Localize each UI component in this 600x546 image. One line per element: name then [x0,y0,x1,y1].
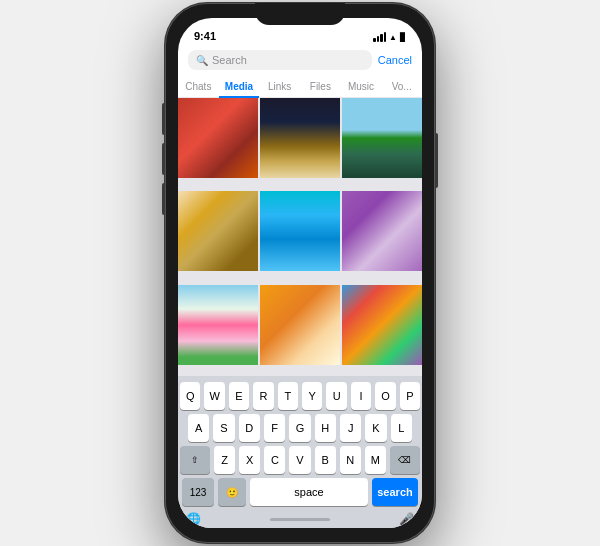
key-z[interactable]: Z [214,446,235,474]
globe-icon[interactable]: 🌐 [186,512,201,526]
home-indicator [270,518,330,521]
screen: 9:41 ▲ ▊ 🔍 Search C [178,18,422,528]
key-h[interactable]: H [315,414,336,442]
phone-body: 9:41 ▲ ▊ 🔍 Search C [165,3,435,543]
keyboard: Q W E R T Y U I O P A S D F G [178,376,422,510]
key-c[interactable]: C [264,446,285,474]
signal-bars-icon [373,32,386,42]
key-t[interactable]: T [278,382,298,410]
key-space[interactable]: space [250,478,368,506]
key-shift[interactable]: ⇧ [180,446,210,474]
media-cell-3[interactable] [178,191,258,271]
key-g[interactable]: G [289,414,310,442]
tab-chats[interactable]: Chats [178,76,219,97]
key-q[interactable]: Q [180,382,200,410]
search-bar: 🔍 Search Cancel [178,46,422,76]
media-cell-7[interactable] [260,285,340,365]
media-cell-6[interactable] [178,285,258,365]
media-cell-2[interactable] [342,98,422,178]
key-l[interactable]: L [391,414,412,442]
notch [255,3,345,25]
key-numbers[interactable]: 123 [182,478,214,506]
wifi-icon: ▲ [389,33,397,42]
bottom-toolbar-row: 🌐 🎤 [178,510,422,528]
media-grid [178,98,422,376]
search-button[interactable]: search [372,478,418,506]
key-o[interactable]: O [375,382,395,410]
media-cell-0[interactable] [178,98,258,178]
key-v[interactable]: V [289,446,310,474]
key-u[interactable]: U [326,382,346,410]
key-r[interactable]: R [253,382,273,410]
key-i[interactable]: I [351,382,371,410]
battery-icon: ▊ [400,33,406,42]
keyboard-row-2: A S D F G H J K L [180,414,420,442]
keyboard-toolbar: 123 🙂 space search [180,478,420,506]
key-k[interactable]: K [365,414,386,442]
key-j[interactable]: J [340,414,361,442]
tab-voice[interactable]: Vo... [381,76,422,97]
key-f[interactable]: F [264,414,285,442]
tab-links[interactable]: Links [259,76,300,97]
keyboard-row-3: ⇧ Z X C V B N M ⌫ [180,446,420,474]
cancel-button[interactable]: Cancel [378,54,412,66]
media-cell-8[interactable] [342,285,422,365]
key-d[interactable]: D [239,414,260,442]
key-x[interactable]: X [239,446,260,474]
status-time: 9:41 [194,30,216,42]
key-y[interactable]: Y [302,382,322,410]
search-input-wrap[interactable]: 🔍 Search [188,50,372,70]
search-placeholder: Search [212,54,247,66]
tabs: Chats Media Links Files Music Vo... [178,76,422,98]
key-emoji[interactable]: 🙂 [218,478,246,506]
key-a[interactable]: A [188,414,209,442]
key-e[interactable]: E [229,382,249,410]
media-cell-4[interactable] [260,191,340,271]
tab-music[interactable]: Music [341,76,382,97]
key-m[interactable]: M [365,446,386,474]
key-b[interactable]: B [315,446,336,474]
search-mag-icon: 🔍 [196,55,208,66]
tab-media[interactable]: Media [219,76,260,97]
key-n[interactable]: N [340,446,361,474]
media-cell-5[interactable] [342,191,422,271]
key-backspace[interactable]: ⌫ [390,446,420,474]
key-w[interactable]: W [204,382,224,410]
key-p[interactable]: P [400,382,420,410]
phone-wrapper: 9:41 ▲ ▊ 🔍 Search C [160,0,440,546]
keyboard-row-1: Q W E R T Y U I O P [180,382,420,410]
media-cell-1[interactable] [260,98,340,178]
key-s[interactable]: S [213,414,234,442]
tab-files[interactable]: Files [300,76,341,97]
status-icons: ▲ ▊ [373,32,406,42]
mic-icon[interactable]: 🎤 [399,512,414,526]
